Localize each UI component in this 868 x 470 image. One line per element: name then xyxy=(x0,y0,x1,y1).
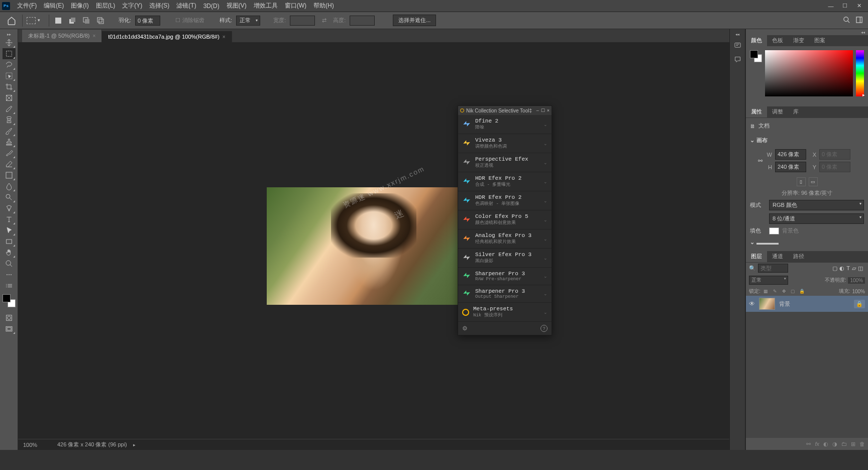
history-brush-tool[interactable] xyxy=(3,148,16,159)
eyedropper-tool[interactable] xyxy=(3,103,16,114)
nik-item-2[interactable]: Perspective Efex校正透视 ⌄ xyxy=(458,153,552,172)
search-icon[interactable] xyxy=(843,16,850,25)
chevron-down-icon[interactable]: ⌄ xyxy=(544,291,548,296)
nik-close-icon[interactable]: × xyxy=(547,108,550,113)
blend-mode-dropdown[interactable]: 正常 xyxy=(749,276,788,285)
tab-swatches[interactable]: 色板 xyxy=(767,35,788,46)
move-tool[interactable] xyxy=(3,37,16,48)
fx-icon[interactable]: fx xyxy=(815,441,819,447)
chat-icon[interactable] xyxy=(731,53,743,65)
link-layers-icon[interactable]: ⚯ xyxy=(806,441,811,447)
dodge-tool[interactable] xyxy=(3,192,16,203)
settings-icon[interactable]: ⚙ xyxy=(462,325,468,332)
menu-window[interactable]: 窗口(W) xyxy=(282,0,309,12)
landscape-icon[interactable]: ▭ xyxy=(809,177,818,186)
tab-adjustments[interactable]: 调整 xyxy=(767,106,788,118)
status-arrow-icon[interactable]: ▸ xyxy=(133,442,136,447)
nik-maximize-icon[interactable]: ☐ xyxy=(541,108,545,113)
chevron-down-icon[interactable]: ⌄ xyxy=(544,198,548,203)
layer-filter-input[interactable] xyxy=(758,264,788,273)
filter-adjust-icon[interactable]: ◐ xyxy=(839,265,844,272)
menu-view[interactable]: 视图(V) xyxy=(224,0,250,12)
document-tab-1[interactable]: 未标题-1 @ 50%(RGB/8)× xyxy=(22,30,102,42)
chevron-down-icon[interactable]: ⌄ xyxy=(544,160,548,165)
tab-color[interactable]: 颜色 xyxy=(746,35,767,46)
tab-layers[interactable]: 图层 xyxy=(746,251,767,262)
color-field[interactable] xyxy=(765,50,853,96)
link-wh-icon[interactable]: ⚯ xyxy=(757,158,763,164)
layer-name[interactable]: 背景 xyxy=(779,300,790,308)
search-icon[interactable]: 🔍 xyxy=(749,265,756,272)
group-icon[interactable]: 🗀 xyxy=(841,441,847,447)
selection-intersect-icon[interactable] xyxy=(95,16,105,26)
tab-patterns[interactable]: 图案 xyxy=(809,35,830,46)
nik-item-1[interactable]: Viveza 3调整颜色和色调 ⌄ xyxy=(458,134,552,153)
nik-item-3[interactable]: HDR Efex Pro 2合成 - 多重曝光 ⌄ xyxy=(458,172,552,191)
nik-item-10[interactable]: Meta-presetsNik 预设序列 ⌄ xyxy=(458,303,552,322)
tab-paths[interactable]: 路径 xyxy=(788,251,809,262)
nik-item-4[interactable]: HDR Efex Pro 2色调映射 - 单张图像 ⌄ xyxy=(458,191,552,210)
hue-slider[interactable] xyxy=(856,50,864,96)
menu-layer[interactable]: 图层(L) xyxy=(93,0,119,12)
mask-icon[interactable]: ◐ xyxy=(823,441,828,447)
quick-mask-icon[interactable] xyxy=(3,312,16,323)
current-tool-icon[interactable] xyxy=(27,17,36,24)
filter-type-icon[interactable]: T xyxy=(846,265,850,271)
comments-icon[interactable] xyxy=(731,39,743,51)
lock-position-icon[interactable]: ✥ xyxy=(781,288,788,295)
type-tool[interactable] xyxy=(3,214,16,225)
nik-item-6[interactable]: Analog Efex Pro 3经典相机和胶片效果 ⌄ xyxy=(458,229,552,249)
lock-icon[interactable]: 🔒 xyxy=(854,300,865,308)
brush-tool[interactable] xyxy=(3,126,16,137)
width-value[interactable]: 426 像素 xyxy=(775,149,806,160)
home-button[interactable] xyxy=(5,14,18,27)
menu-help[interactable]: 帮助(H) xyxy=(310,0,337,12)
fill-swatch[interactable] xyxy=(769,227,779,234)
chevron-down-icon[interactable]: ⌄ xyxy=(544,256,548,261)
layer-thumbnail[interactable] xyxy=(759,298,775,310)
lock-all-icon[interactable]: 🔒 xyxy=(799,288,806,295)
marquee-tool[interactable] xyxy=(3,48,16,59)
nik-item-5[interactable]: Color Efex Pro 5颜色滤镜和创意效果 ⌄ xyxy=(458,210,552,229)
nik-item-9[interactable]: Sharpener Pro 3Output Sharpener ⌄ xyxy=(458,285,552,303)
fill-value[interactable]: 100% xyxy=(852,289,865,294)
healing-tool[interactable] xyxy=(3,114,16,126)
filter-smart-icon[interactable]: ◫ xyxy=(858,265,863,272)
chevron-down-icon[interactable]: ⌄ xyxy=(544,179,548,184)
portrait-icon[interactable]: ▯ xyxy=(797,177,806,186)
color-swatch[interactable] xyxy=(3,294,16,307)
screen-mode-icon[interactable] xyxy=(3,323,16,334)
menu-edit[interactable]: 编辑(E) xyxy=(41,0,67,12)
mode-dropdown[interactable]: RGB 颜色 xyxy=(769,200,864,210)
canvas[interactable]: 资源迷 www.xxrjm.com 迷 Nik Collection Selec… xyxy=(18,42,729,450)
document-tab-2[interactable]: t01d1cb1dd3431bca7a.jpg @ 100%(RGB/8#)× xyxy=(102,31,232,42)
tab-gradients[interactable]: 渐变 xyxy=(788,35,809,46)
style-dropdown[interactable]: 正常 xyxy=(236,16,260,26)
chevron-down-icon[interactable]: ⌄ xyxy=(544,122,548,127)
gradient-tool[interactable] xyxy=(3,170,16,181)
canvas-section-toggle[interactable]: ⌄画布 xyxy=(750,137,864,144)
zoom-tool[interactable] xyxy=(3,258,16,269)
lock-paint-icon[interactable]: ✎ xyxy=(772,288,779,295)
menu-type[interactable]: 文字(Y) xyxy=(119,0,145,12)
close-icon[interactable]: × xyxy=(223,34,226,40)
frame-tool[interactable] xyxy=(3,92,16,103)
menu-plugins[interactable]: 增效工具 xyxy=(251,0,281,12)
tab-properties[interactable]: 属性 xyxy=(746,106,767,118)
menu-filter[interactable]: 滤镜(T) xyxy=(173,0,199,12)
crop-tool[interactable] xyxy=(3,81,16,92)
nik-collection-panel[interactable]: Nik Collection Selective Tool‡ –☐× Dfine… xyxy=(458,105,552,335)
lasso-tool[interactable] xyxy=(3,59,16,70)
chevron-down-icon[interactable]: ⌄ xyxy=(544,310,548,315)
opacity-value[interactable]: 100% xyxy=(848,277,865,284)
height-value[interactable]: 240 像素 xyxy=(775,162,806,172)
nik-titlebar[interactable]: Nik Collection Selective Tool‡ –☐× xyxy=(458,106,552,115)
workspace-icon[interactable] xyxy=(855,16,863,25)
chevron-down-icon[interactable]: ⌄ xyxy=(544,237,548,242)
edit-toolbar-icon[interactable] xyxy=(3,280,16,291)
menu-3d[interactable]: 3D(D) xyxy=(200,1,223,11)
chevron-down-icon[interactable]: ⌄ xyxy=(544,141,548,146)
lock-artboard-icon[interactable]: ▢ xyxy=(790,288,797,295)
nik-item-8[interactable]: Sharpener Pro 3RAW Pre-sharpener ⌄ xyxy=(458,268,552,285)
window-maximize-button[interactable]: ☐ xyxy=(838,1,852,11)
